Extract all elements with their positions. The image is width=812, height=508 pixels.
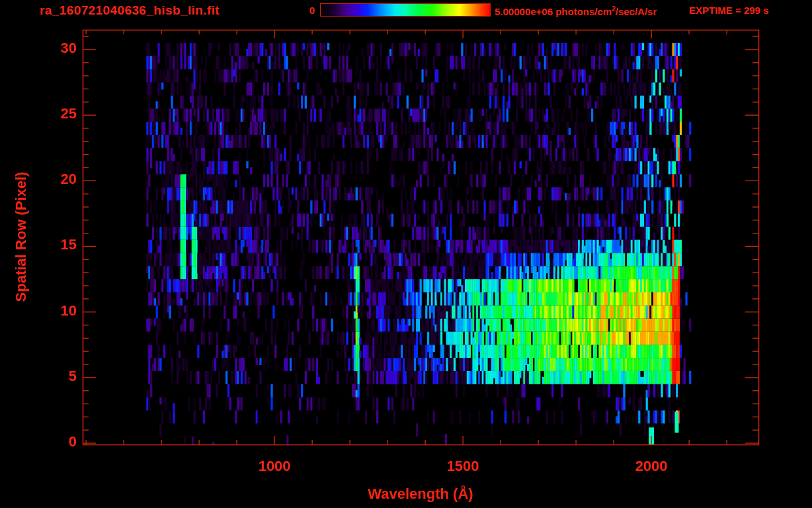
y-tick-label: 15	[34, 237, 77, 253]
file-title: ra_160721040636_hisb_lin.fit	[40, 4, 220, 18]
y-tick-label: 20	[34, 171, 77, 187]
x-axis-title: Wavelength (Å)	[368, 486, 473, 502]
y-tick-label: 30	[34, 40, 77, 56]
spectrum-heatmap	[83, 30, 758, 444]
colorbar-max-label: 5.00000e+06 photons/cm2/sec/A/sr	[495, 5, 657, 18]
y-tick-label: 5	[34, 368, 77, 384]
spectral-image-viewer: ra_160721040636_hisb_lin.fit 0 5.00000e+…	[0, 0, 812, 508]
y-tick-label: 25	[34, 106, 77, 122]
y-tick-label: 0	[34, 434, 77, 450]
x-tick-label: 2000	[618, 458, 684, 474]
x-tick-label: 1500	[430, 458, 496, 474]
colorbar-min-label: 0	[296, 5, 315, 17]
exptime-label: EXPTIME = 299 s	[689, 5, 768, 17]
y-axis-title: Spatial Row (Pixel)	[13, 172, 29, 302]
colorbar-max-suffix: /sec/A/sr	[616, 6, 657, 17]
colorbar-max-prefix: 5.00000e+06 photons/cm	[495, 6, 612, 17]
colorbar-gradient	[320, 3, 491, 17]
y-tick-label: 10	[34, 303, 77, 319]
x-tick-label: 1000	[241, 458, 307, 474]
